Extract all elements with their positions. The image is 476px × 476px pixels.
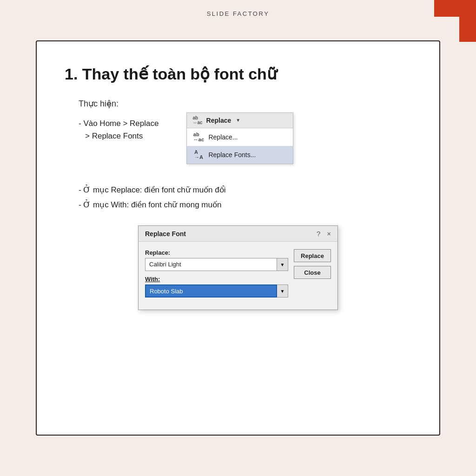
replace-button[interactable]: Replace [294, 249, 331, 262]
dialog-titlebar: Replace Font ? × [139, 226, 337, 242]
ppt-dropdown: ab↔ac Replace ▼ ab↔ac Replace... A→A Rep… [186, 112, 293, 164]
with-field-row: Roboto Slab ▼ [145, 284, 288, 298]
close-button[interactable]: Close [294, 266, 331, 279]
dropdown-item-replace[interactable]: ab↔ac Replace... [187, 128, 293, 146]
replace-field-label: Replace: [145, 249, 288, 256]
dropdown-header-label: Replace [206, 117, 231, 124]
dialog-title: Replace Font [145, 230, 186, 238]
dropdown-item2-label: Replace Fonts... [208, 151, 256, 159]
with-dropdown-btn[interactable]: ▼ [277, 284, 288, 298]
dialog-help-button[interactable]: ? [317, 230, 320, 238]
second-instruction: - Ở mục Replace: điền font chữ muốn đổi … [65, 183, 411, 213]
sub-label: Thực hiện: [79, 99, 411, 109]
replace-icon: ab↔ac [192, 116, 202, 125]
dropdown-header: ab↔ac Replace ▼ [187, 113, 293, 128]
brand-label: SLIDE FACTORY [207, 10, 270, 17]
main-heading: 1. Thay thế toàn bộ font chữ [65, 65, 411, 84]
instruction-line3: - Ở mục Replace: điền font chữ muốn đổi [79, 183, 411, 198]
instruction-text: - Vào Home > Replace > Replace Fonts [65, 117, 159, 142]
replace-field-row: Calibri Light ▼ [145, 258, 288, 271]
dropdown-item-replace-fonts[interactable]: A→A Replace Fonts... [187, 146, 293, 164]
replace-item-icon: ab↔ac [193, 132, 204, 142]
instruction-block: - Vào Home > Replace > Replace Fonts ab↔… [65, 117, 411, 164]
page-wrapper: SLIDE FACTORY 1. Thay thế toàn bộ font c… [0, 0, 476, 476]
dialog-fields: Replace: Calibri Light ▼ With: Roboto Sl… [145, 249, 288, 302]
instruction-line4: - Ở mục With: điền font chữ mong muốn [79, 198, 411, 212]
with-field-label: With: [145, 276, 288, 283]
dialog-body: Replace: Calibri Light ▼ With: Roboto Sl… [139, 242, 337, 310]
corner-decoration [434, 0, 476, 42]
dropdown-item1-label: Replace... [208, 133, 238, 141]
instruction-line1: - Vào Home > Replace > Replace Fonts [79, 117, 159, 142]
replace-fonts-icon: A→A [193, 150, 204, 160]
dialog-buttons: Replace Close [294, 249, 331, 302]
replace-input[interactable]: Calibri Light [145, 258, 277, 271]
replace-dropdown-btn[interactable]: ▼ [277, 258, 288, 271]
dialog-wrapper: Replace Font ? × Replace: Calibri Light [65, 225, 411, 310]
with-input[interactable]: Roboto Slab [145, 284, 277, 298]
dialog-controls: ? × [317, 230, 331, 238]
dropdown-arrow: ▼ [236, 118, 240, 123]
replace-font-dialog: Replace Font ? × Replace: Calibri Light [138, 225, 338, 310]
slide-card: 1. Thay thế toàn bộ font chữ Thực hiện: … [36, 40, 440, 436]
dialog-close-button[interactable]: × [327, 230, 331, 238]
